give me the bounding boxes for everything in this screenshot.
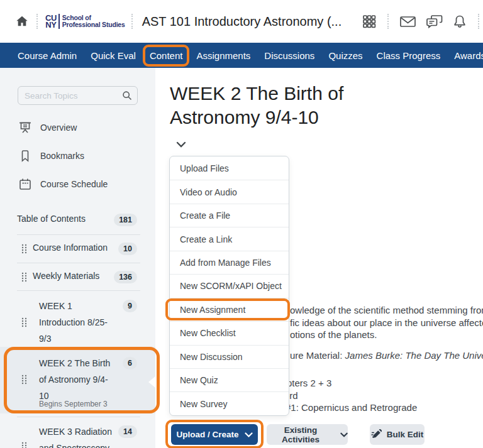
bookmark-icon [18,148,33,163]
calendar-icon [18,177,33,192]
sidebar-item-label: Course Schedule [40,179,108,189]
divider [387,14,389,29]
chevron-down-icon [245,432,253,437]
mail-icon[interactable] [399,14,416,29]
logo-divider [58,14,60,29]
page-title-line2: Astronomy 9/4-10 [170,106,377,129]
description-line: owledge of the scientific method stemmin… [290,304,483,317]
logo-school-line2: Professional Studies [62,21,125,28]
search-topics-box [18,86,138,105]
menu-item-create-a-link[interactable]: Create a Link [170,227,289,250]
page-title-line1: WEEK 2 The Birth of [170,82,377,106]
module-description-text: owledge of the scientific method stemmin… [290,304,483,341]
drag-handle-icon[interactable] [21,442,27,448]
chevron-down-icon [340,432,348,437]
cuny-sps-logo[interactable]: CU NY School of Professional Studies [45,14,125,29]
sidebar-item-overview[interactable]: Overview [18,120,77,135]
week-3-line: WEEK 3 Radiation [39,423,121,440]
nav-content[interactable]: Content [150,50,183,61]
nav-class-progress[interactable]: Class Progress [377,50,441,61]
menu-item-label: New Assignment [180,305,245,315]
description-line: #1: Copernicus and Retrograde [286,402,417,414]
nav-quizzes[interactable]: Quizzes [328,50,362,61]
search-topics-input[interactable] [18,86,138,105]
pencil-icon [371,429,382,440]
existing-activities-button[interactable]: Existing Activities [267,424,348,445]
week-1-line: 9/3 [39,331,121,347]
page-title: WEEK 2 The Birth of Astronomy 9/4-10 [170,82,377,129]
drag-handle-icon[interactable] [21,374,27,387]
chevron-down-icon[interactable] [176,139,186,150]
module-week-2[interactable]: WEEK 2 The Birth of Astronomy 9/4- 10 [39,355,121,404]
bell-icon[interactable] [452,14,467,30]
divider [36,14,38,29]
drag-handle-icon[interactable] [21,317,27,330]
main-content: WEEK 2 The Birth of Astronomy 9/4-10 owl… [155,68,483,448]
nav-content-label: Content [150,50,183,61]
apps-grid-icon[interactable] [362,14,377,29]
week-2-line: WEEK 2 The Birth [39,355,121,371]
upload-create-menu: Upload Files Video or Audio Create a Fil… [169,156,289,416]
module-week-1[interactable]: WEEK 1 Introduction 8/25- 9/3 [39,298,121,347]
existing-activities-label: Existing Activities [267,425,335,444]
bulk-edit-button[interactable]: Bulk Edit [370,424,425,445]
module-description-text: pters 2 + 3 ord #1: Copernicus and Retro… [290,377,417,414]
week-count-badge: 9 [123,300,137,312]
sidebar-item-label: Bookmarks [40,151,84,161]
menu-item-new-survey[interactable]: New Survey [170,391,289,415]
module-description-text: ure Material: James Burke: The Day The U… [290,349,483,362]
module-weekly-materials[interactable]: Weekly Materials [33,271,99,281]
menu-item-new-quiz[interactable]: New Quiz [170,368,289,391]
module-count-badge: 136 [114,271,137,283]
divider [17,234,140,235]
content-sidebar: Overview Bookmarks Course Schedule Table… [0,68,155,448]
week-2-line: of Astronomy 9/4- [39,371,121,388]
course-navbar: Course Admin Quick Eval Content Assignme… [0,43,483,68]
description-line: fic ideas about our place in the univers… [290,317,483,329]
menu-item-create-a-file[interactable]: Create a File [170,204,289,227]
overview-icon [18,120,33,135]
drag-handle-icon[interactable] [21,244,27,256]
app-window: CU NY School of Professional Studies AST… [0,0,483,448]
description-line: ord [284,390,417,402]
chat-icon[interactable] [426,14,443,30]
table-of-contents-link[interactable]: Table of Contents [17,214,86,224]
week-1-line: Introduction 8/25- [39,314,121,331]
module-week-3[interactable]: WEEK 3 Radiation and Spectroscopy [39,423,121,448]
menu-item-new-scorm-xapi-object[interactable]: New SCORM/xAPI Object [170,274,289,297]
sidebar-item-bookmarks[interactable]: Bookmarks [18,148,84,163]
week-count-badge: 6 [123,357,137,369]
selected-module-caret [148,376,155,388]
menu-item-new-discussion[interactable]: New Discussion [170,345,289,368]
menu-item-new-checklist[interactable]: New Checklist [170,321,289,344]
nav-course-admin[interactable]: Course Admin [18,50,77,61]
divider [131,14,133,29]
nav-awards[interactable]: Awards [454,50,483,61]
sidebar-item-course-schedule[interactable]: Course Schedule [18,177,108,192]
menu-item-upload-files[interactable]: Upload Files [170,156,289,180]
week-count-badge: 14 [118,425,137,438]
week-2-start-note: Begins September 3 [39,399,108,409]
menu-item-new-assignment[interactable]: New Assignment [170,298,289,321]
upload-create-button[interactable]: Upload / Create [171,424,258,445]
nav-assignments[interactable]: Assignments [196,50,250,61]
nav-quick-eval[interactable]: Quick Eval [91,50,136,61]
home-icon[interactable] [15,14,29,28]
week-3-line: and Spectroscopy [39,440,121,448]
menu-item-video-or-audio[interactable]: Video or Audio [170,180,289,203]
nav-discussions[interactable]: Discussions [264,50,314,61]
module-count-badge: 10 [118,243,137,255]
drag-handle-icon[interactable] [21,272,27,285]
course-title[interactable]: AST 101 Introductory Astronomy (... [142,14,342,29]
menu-item-add-from-manage-files[interactable]: Add from Manage Files [170,251,289,274]
upload-create-label: Upload / Create [176,430,238,439]
bulk-edit-label: Bulk Edit [387,430,424,439]
topbar-actions [362,0,480,43]
divider [17,417,140,417]
top-bar: CU NY School of Professional Studies AST… [0,0,483,43]
divider [17,263,140,263]
search-icon[interactable] [122,90,132,103]
description-line: otions of the planets. [290,329,483,341]
module-course-information[interactable]: Course Information [33,243,108,253]
description-line: pters 2 + 3 [287,377,417,390]
